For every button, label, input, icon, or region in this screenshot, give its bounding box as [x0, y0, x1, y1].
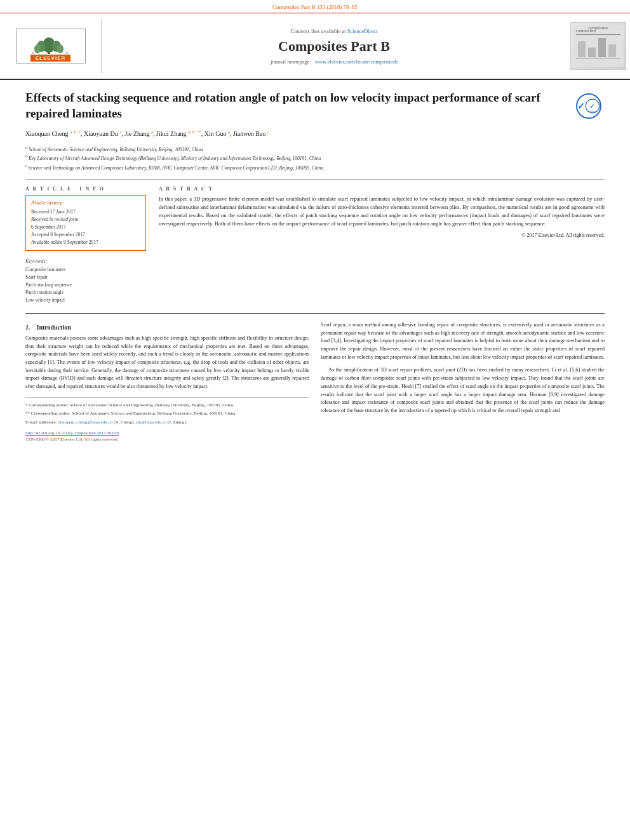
author-xiaoyuan: Xiaoyuan Du [84, 131, 118, 138]
author-xiaoquan: Xiaoquan Cheng [25, 131, 69, 138]
svg-text:CrossMark: CrossMark [587, 110, 598, 113]
content-area: Effects of stacking sequence and rotatio… [0, 80, 630, 448]
affiliations: a School of Aeronautic Science and Engin… [25, 145, 605, 171]
affil-sup: a, b, * [70, 130, 81, 135]
contents-line: Contents lists available at ScienceDirec… [291, 28, 378, 34]
journal-name: Composites Part B [278, 38, 390, 55]
svg-point-5 [57, 44, 64, 53]
journal-cover-image: composites [570, 22, 626, 70]
intro-text-right: Scarf repair, a main method among adhesi… [321, 321, 605, 415]
author-jie: Jie Zhang [124, 131, 149, 138]
abstract-text: In this paper, a 3D progressive finite e… [159, 195, 605, 239]
elsevier-logo-area: 🕯 🕯 ELSEVIER [0, 18, 102, 74]
intro-para-1: Composite materials possess some advanta… [25, 335, 309, 391]
revised-label: Received in revised form [31, 216, 140, 223]
article-history-box: Article history: Received 27 June 2017 R… [25, 195, 146, 251]
author-jikui: Jikui Zhang [156, 131, 187, 138]
keywords-heading: Keywords: [25, 258, 146, 264]
journal-center: Contents lists available at ScienceDirec… [102, 18, 566, 74]
affil-a: a School of Aeronautic Science and Engin… [25, 145, 605, 153]
abstract-body: In this paper, a 3D progressive finite e… [159, 195, 605, 229]
article-info-heading: A R T I C L E I N F O [25, 186, 146, 192]
header-divider [25, 179, 605, 180]
svg-rect-14 [608, 44, 616, 57]
keyword-1: Composite laminates [25, 266, 146, 274]
journal-thumbnail: composites [566, 18, 630, 74]
abstract-copyright: © 2017 Elsevier Ltd. All rights reserved… [159, 232, 605, 239]
crossmark-icon: ✓ CrossMark [576, 93, 601, 119]
body-divider [25, 313, 605, 314]
citation-text: Composites Part B 133 (2018) 78–85 [272, 4, 358, 10]
homepage-line: journal homepage: www.elsevier.com/locat… [271, 58, 398, 65]
received-date: Received 27 June 2017 [31, 208, 140, 216]
svg-point-4 [34, 44, 41, 53]
doi-copyright: 1359-8368/© 2017 Elsevier Ltd. All right… [25, 437, 309, 442]
intro-para-3: As the simplification of 3D scarf repair… [321, 366, 605, 415]
email-zhang[interactable]: zjk@buaa.edu.cn [136, 420, 166, 425]
journal-header: 🕯 🕯 ELSEVIER Contents lists available at… [0, 13, 630, 80]
footnote-2: ** Corresponding author. School of Aeron… [25, 410, 309, 417]
history-heading: Article history: [31, 199, 140, 206]
svg-rect-13 [598, 38, 606, 57]
cover-svg: composites [573, 25, 624, 67]
body-col-right: Scarf repair, a main method among adhesi… [321, 321, 605, 442]
author-xin: Xin Guo [204, 131, 227, 138]
article-title: Effects of stacking sequence and rotatio… [25, 90, 605, 121]
footnotes: * Corresponding author. School of Aerona… [25, 397, 309, 426]
svg-rect-12 [588, 48, 596, 57]
article-info-col: A R T I C L E I N F O Article history: R… [25, 186, 146, 304]
elsevier-text: ELSEVIER [30, 55, 71, 62]
abstract-heading: A B S T R A C T [159, 186, 605, 192]
homepage-link[interactable]: www.elsevier.com/locate/compositesb [315, 58, 398, 65]
tree-illustration: 🕯 🕯 [29, 32, 73, 55]
doi-area: http://dx.doi.org/10.1016/j.compositesb.… [25, 430, 309, 436]
footnote-email: E-mail addresses: xiaoquan_cheng@buaa.ed… [25, 419, 309, 426]
journal-citation: Composites Part B 133 (2018) 78–85 [0, 0, 630, 13]
intro-para-2: Scarf repair, a main method among adhesi… [321, 321, 605, 362]
body-columns: 1. Introduction Composite materials poss… [25, 321, 605, 442]
revised-date: 6 September 2017 [31, 223, 140, 231]
svg-rect-11 [578, 41, 586, 57]
affil-b: b Key Laboratory of Aircraft Advanced De… [25, 154, 605, 162]
info-abstract-row: A R T I C L E I N F O Article history: R… [25, 186, 605, 304]
crossmark-svg: ✓ CrossMark [585, 93, 600, 119]
keywords-list: Composite laminates Scarf repair Patch s… [25, 266, 146, 304]
sciencedirect-link[interactable]: ScienceDirect [347, 28, 378, 34]
svg-text:✓: ✓ [589, 103, 594, 110]
accepted-date: Accepted 8 September 2017 [31, 231, 140, 239]
available-date: Available online 9 September 2017 [31, 239, 140, 246]
intro-text-left: Composite materials possess some advanta… [25, 335, 309, 391]
page: Composites Part B 133 (2018) 78–85 🕯 🕯 E… [0, 0, 630, 840]
crossmark-badge[interactable]: ✓ CrossMark [573, 90, 605, 122]
keyword-3: Patch stacking sequence [25, 281, 146, 289]
keyword-2: Scarf repair [25, 274, 146, 281]
keyword-4: Patch rotation angle [25, 289, 146, 297]
keyword-5: Low velocity impact [25, 297, 146, 304]
email-cheng[interactable]: xiaoquan_cheng@buaa.edu.cn [58, 420, 112, 425]
doi-link[interactable]: http://dx.doi.org/10.1016/j.compositesb.… [25, 430, 119, 436]
history-text: Received 27 June 2017 Received in revise… [31, 208, 140, 246]
author-jianwen: Jianwen Bao [233, 131, 265, 138]
svg-text:composites: composites [576, 28, 596, 33]
affil-c: c Science and Technology on Advanced Com… [25, 163, 605, 171]
svg-rect-10 [576, 34, 620, 35]
intro-heading: 1. Introduction [25, 324, 309, 331]
keywords-box: Keywords: Composite laminates Scarf repa… [25, 258, 146, 304]
body-col-left: 1. Introduction Composite materials poss… [25, 321, 309, 442]
article-title-area: Effects of stacking sequence and rotatio… [25, 90, 605, 121]
intro-num: 1. [25, 324, 30, 331]
elsevier-logo: 🕯 🕯 ELSEVIER [16, 29, 86, 63]
footnote-1: * Corresponding author. School of Aerona… [25, 402, 309, 409]
abstract-col: A B S T R A C T In this paper, a 3D prog… [159, 186, 605, 304]
authors-line: Xiaoquan Cheng a, b, *, Xiaoyuan Du a, J… [25, 129, 605, 139]
